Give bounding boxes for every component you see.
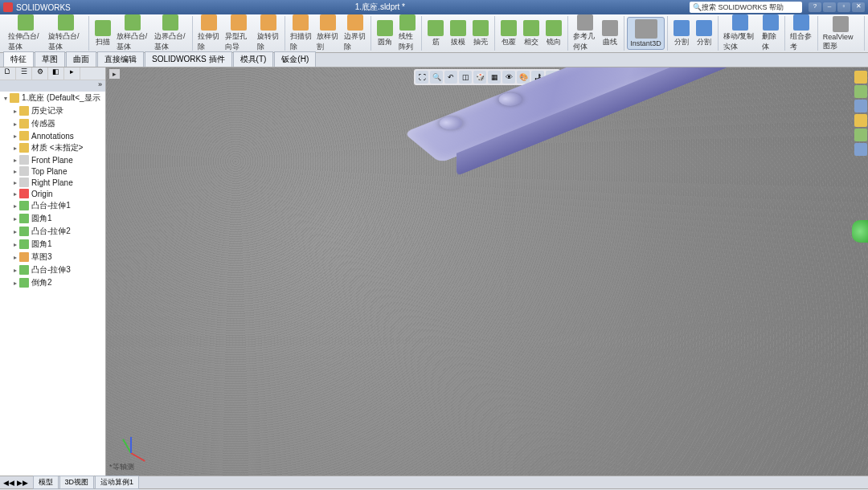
move-icon (732, 14, 748, 31)
intersect-icon (523, 20, 539, 36)
sidebar-tab-feature[interactable]: 🗋 (0, 67, 16, 80)
fillet-button[interactable]: 圆角 (374, 18, 396, 49)
split2-button[interactable]: 分割 (693, 18, 715, 49)
view-palette-icon[interactable] (854, 114, 867, 127)
extrude-button[interactable]: 拉伸凸台/基体 (6, 13, 46, 54)
tree-item[interactable]: ▸材质 <未指定> (0, 141, 105, 154)
tree-item-label: 凸台-拉伸1 (31, 200, 71, 211)
tree-item[interactable]: ▸历史记录 (0, 104, 105, 117)
tree-item[interactable]: ▸凸台-拉伸3 (0, 263, 105, 276)
shell-button[interactable]: 抽壳 (469, 18, 492, 49)
tree-item[interactable]: ▸Front Plane (0, 154, 105, 165)
delete-button[interactable]: 删除体 (760, 13, 782, 54)
ribbon-button-label: 参考几何体 (573, 31, 596, 52)
design-library-icon[interactable] (854, 85, 867, 98)
nav-arrows[interactable]: ◀◀ ▶▶ (3, 479, 28, 487)
feature-tree[interactable]: ▾1.底座 (Default<_显示▸历史记录▸传感器▸Annotations▸… (0, 92, 105, 476)
feature-icon (19, 265, 29, 275)
tree-item[interactable]: ▸圆角1 (0, 212, 105, 225)
loft-button[interactable]: 放样凸台/基体 (114, 13, 152, 54)
view-tab[interactable]: 运动算例1 (95, 476, 139, 489)
view-orientation-icon[interactable]: 🎲 (473, 71, 486, 84)
ribbon-group: 拉伸凸台/基体旋转凸台/基体 (3, 16, 89, 51)
viewport-breadcrumb[interactable]: ▸ (109, 69, 120, 79)
custom-props-icon[interactable] (854, 143, 867, 156)
sidebar-tab-property[interactable]: ☰ (16, 67, 32, 80)
display-style-icon[interactable]: ▦ (488, 71, 501, 84)
cut-revolve-button[interactable]: 旋转切除 (255, 13, 282, 54)
sidebar-tab-extra[interactable]: ▸ (64, 67, 80, 80)
3d-viewport[interactable]: ▸ ⛶ 🔍 ↶ ◫ 🎲 ▦ 👁 🎨 🏞 ⚙ (106, 67, 868, 476)
zoom-area-icon[interactable]: 🔍 (430, 71, 443, 84)
sidebar-tab-config[interactable]: ⚙ (32, 67, 48, 80)
help-icon[interactable]: ? (809, 2, 821, 12)
tree-item-label: 凸台-拉伸3 (31, 264, 71, 276)
cut-extrude-icon (201, 14, 217, 31)
tree-item[interactable]: ▸圆角1 (0, 238, 105, 251)
command-tab[interactable]: 特征 (3, 51, 34, 67)
tree-item[interactable]: ▸Origin (0, 188, 105, 199)
hide-show-icon[interactable]: 👁 (502, 71, 515, 84)
boundary-button[interactable]: 边界凸台/基体 (152, 13, 190, 54)
minimize-button[interactable]: – (823, 2, 836, 12)
mirror-button[interactable]: 镜向 (542, 18, 565, 49)
tree-item[interactable]: ▸倒角2 (0, 276, 105, 289)
appearances-icon[interactable] (854, 129, 867, 141)
section-view-icon[interactable]: ◫ (459, 71, 472, 84)
tree-root[interactable]: ▾1.底座 (Default<_显示 (0, 92, 105, 104)
orientation-triad[interactable] (114, 427, 146, 459)
tree-item[interactable]: ▸草图3 (0, 251, 105, 263)
revolve-button[interactable]: 旋转凸台/基体 (46, 13, 86, 54)
command-tab[interactable]: 钣金(H) (274, 51, 316, 67)
instant3d-button[interactable]: Instant3D (627, 17, 665, 50)
edit-appearance-icon[interactable]: 🎨 (517, 71, 530, 84)
command-tab[interactable]: 模具(T) (233, 51, 274, 67)
close-button[interactable]: ✕ (852, 2, 865, 12)
command-tab[interactable]: SOLIDWORKS 插件 (145, 51, 232, 67)
tree-item[interactable]: ▸Right Plane (0, 177, 105, 188)
tree-item[interactable]: ▸凸台-拉伸2 (0, 225, 105, 238)
ref-geom-button[interactable]: 参考几何体 (571, 13, 599, 54)
cut-boundary-button[interactable]: 边界切除 (342, 13, 369, 54)
rib-button[interactable]: 筋 (424, 18, 447, 49)
cut-loft-button[interactable]: 放样切割 (314, 13, 342, 54)
command-tab[interactable]: 直接编辑 (97, 51, 144, 67)
tree-item[interactable]: ▸Annotations (0, 130, 105, 141)
ribbon-button-label: 包覆 (502, 37, 516, 47)
draft-button[interactable]: 拔模 (447, 18, 469, 49)
curves-button[interactable]: 曲线 (599, 18, 621, 49)
file-explorer-icon[interactable] (854, 100, 867, 112)
plane-icon (19, 155, 29, 165)
ribbon-button-label: 边界凸台/基体 (154, 31, 187, 52)
command-tab[interactable]: 曲面 (66, 51, 96, 67)
tree-item[interactable]: ▸Top Plane (0, 165, 105, 177)
expand-taskpane-icon[interactable] (852, 220, 868, 243)
ribbon-group: 移动/复制实体删除体 (719, 16, 785, 51)
view-tab[interactable]: 3D视图 (59, 476, 95, 489)
combine-button[interactable]: 组合参考 (788, 13, 815, 54)
combine-icon (793, 14, 809, 31)
intersect-button[interactable]: 相交 (520, 18, 542, 49)
view-tab[interactable]: 模型 (33, 476, 59, 489)
help-search-input[interactable]: 🔍 搜索 SOLIDWORKS 帮助 (690, 2, 802, 13)
split-button[interactable]: 分割 (670, 18, 693, 49)
cut-sweep-button[interactable]: 扫描切除 (288, 13, 315, 54)
zoom-fit-icon[interactable]: ⛶ (416, 71, 428, 84)
tree-item[interactable]: ▸凸台-拉伸1 (0, 199, 105, 212)
command-tab[interactable]: 草图 (35, 51, 65, 67)
tree-item[interactable]: ▸传感器 (0, 117, 105, 130)
sidebar-tab-display[interactable]: ◧ (48, 67, 64, 80)
prev-view-icon[interactable]: ↶ (444, 71, 457, 84)
maximize-button[interactable]: ▫ (837, 2, 850, 12)
resources-tab-icon[interactable] (854, 71, 867, 84)
cut-extrude-button[interactable]: 拉伸切除 (195, 13, 223, 54)
hole-button[interactable]: 异型孔向导 (223, 13, 256, 54)
wrap-button[interactable]: 包覆 (497, 18, 520, 49)
pattern-button[interactable]: 线性阵列 (396, 13, 419, 54)
tree-item-label: 草图3 (31, 251, 52, 263)
sweep-button[interactable]: 扫描 (92, 18, 114, 49)
folder-icon (19, 131, 29, 141)
move-button[interactable]: 移动/复制实体 (721, 13, 760, 54)
revolve-icon (58, 14, 74, 31)
realview-button[interactable]: RealView 图形 (821, 14, 862, 53)
